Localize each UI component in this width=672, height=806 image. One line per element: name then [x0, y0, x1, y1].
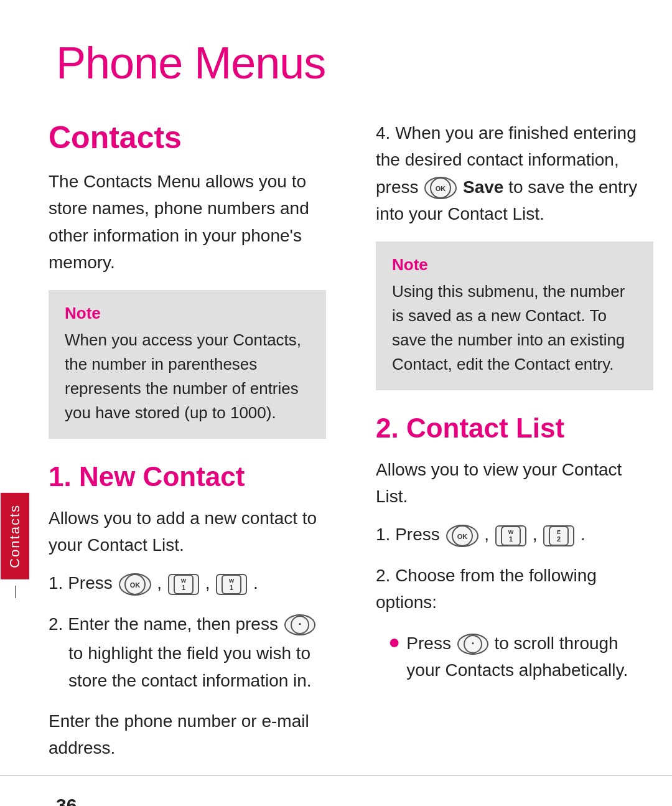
- page-number: 36: [56, 795, 77, 806]
- svg-text:1: 1: [182, 584, 185, 591]
- cl-step1-number: 1.: [376, 525, 395, 544]
- svg-text:W: W: [181, 578, 187, 584]
- step1-text: Press: [68, 573, 117, 593]
- page-container: Phone Menus Contacts Contacts The Contac…: [0, 0, 672, 806]
- step4-text: 4. When you are finished entering the de…: [376, 119, 653, 228]
- step1-number: 1.: [49, 573, 68, 593]
- contact-list-steps: 1. Press OK , W: [376, 521, 653, 683]
- cl-bullets: ● Press · to scroll through your Contact: [388, 630, 653, 684]
- note1-text: When you access your Contacts, the numbe…: [65, 328, 310, 425]
- step2-number: 2. Enter the name, then press: [49, 614, 283, 634]
- svg-text:W: W: [508, 529, 514, 535]
- w1-icon-1: W 1: [168, 574, 199, 595]
- new-contact-step-1: 1. Press OK , W: [49, 569, 326, 596]
- contact-list-heading: 2. Contact List: [376, 413, 653, 444]
- left-column: Contacts The Contacts Menu allows you to…: [49, 119, 351, 776]
- cl-comma2: ,: [533, 525, 543, 544]
- menu-ok-icon-2: OK: [424, 177, 457, 199]
- w1-icon-2: W 1: [216, 574, 247, 595]
- new-contact-steps: 1. Press OK , W: [49, 569, 326, 761]
- menu-ok-icon-3: OK: [446, 525, 478, 547]
- new-contact-step-3: Enter the phone number or e-mail address…: [49, 708, 326, 762]
- cl-step1-text: Press: [395, 525, 444, 544]
- cl-bullet-1: ● Press · to scroll through your Contact: [388, 630, 653, 684]
- svg-text:·: ·: [298, 618, 301, 630]
- new-contact-allows: Allows you to add a new contact to your …: [49, 505, 326, 559]
- step3-text: Enter the phone number or e-mail address…: [49, 711, 309, 757]
- svg-text:1: 1: [230, 584, 233, 591]
- bullet-dot-1: ●: [388, 630, 400, 654]
- note-box-2: Note Using this submenu, the number is s…: [376, 241, 653, 390]
- cl-step2-text: 2. Choose from the following options:: [376, 566, 597, 612]
- step4-bold: Save: [463, 177, 508, 197]
- step1-comma1: ,: [157, 573, 167, 593]
- cl-bullet1-text: Press · to scroll through your Contacts …: [406, 630, 653, 684]
- note2-label: Note: [392, 255, 637, 274]
- step1-period: .: [253, 573, 258, 593]
- svg-text:E: E: [557, 529, 561, 535]
- step1-comma2: ,: [205, 573, 215, 593]
- content-area: Contacts The Contacts Menu allows you to…: [30, 119, 672, 776]
- page-footer: 36: [0, 776, 672, 806]
- note-box-1: Note When you access your Contacts, the …: [49, 290, 326, 439]
- svg-text:OK: OK: [129, 581, 140, 589]
- menu-ok-icon-1: OK: [119, 573, 151, 596]
- svg-text:OK: OK: [436, 185, 446, 192]
- note2-text: Using this submenu, the number is saved …: [392, 279, 637, 377]
- contact-list-intro: Allows you to view your Contact List.: [376, 456, 653, 510]
- svg-text:·: ·: [471, 637, 474, 650]
- svg-text:2: 2: [557, 535, 561, 543]
- contacts-heading: Contacts: [49, 119, 326, 156]
- contacts-intro: The Contacts Menu allows you to store na…: [49, 168, 326, 276]
- cl-comma1: ,: [484, 525, 494, 544]
- svg-text:OK: OK: [457, 533, 467, 540]
- cl-step-2: 2. Choose from the following options:: [376, 562, 653, 616]
- new-contact-step-2: 2. Enter the name, then press · to highl…: [49, 611, 326, 694]
- nav-icon-2: ·: [457, 634, 488, 655]
- nav-icon-1: ·: [284, 614, 315, 635]
- page-title: Phone Menus: [0, 37, 672, 88]
- w1-icon-cl: W 1: [495, 525, 526, 546]
- sidebar-tab: Contacts: [0, 119, 30, 776]
- step2-subtext: to highlight the field you wish to store…: [49, 640, 326, 694]
- svg-text:W: W: [229, 578, 235, 584]
- sidebar-label: Contacts: [1, 493, 29, 579]
- new-contact-heading: 1. New Contact: [49, 461, 326, 492]
- svg-text:1: 1: [509, 535, 513, 543]
- e2-icon-cl: E 2: [543, 525, 574, 546]
- two-col-layout: Contacts Contacts The Contacts Menu allo…: [0, 119, 672, 776]
- right-column: 4. When you are finished entering the de…: [351, 119, 653, 776]
- note1-label: Note: [65, 304, 310, 323]
- cl-step-1: 1. Press OK , W: [376, 521, 653, 548]
- cl-period: .: [581, 525, 586, 544]
